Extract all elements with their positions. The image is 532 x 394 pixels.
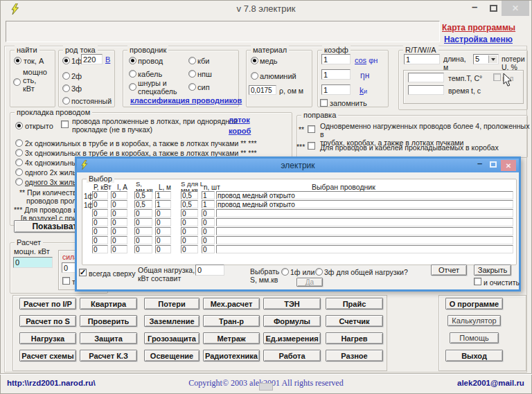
s2-input[interactable] xyxy=(181,200,198,208)
s-input[interactable] xyxy=(134,227,152,235)
kbi-radio[interactable] xyxy=(188,57,196,64)
menu-button[interactable]: Счетчик xyxy=(326,315,383,327)
n-input[interactable] xyxy=(202,218,215,226)
i-input[interactable] xyxy=(111,191,127,199)
wire-radio[interactable] xyxy=(129,57,136,64)
conductor-input[interactable] xyxy=(216,200,513,208)
i-input[interactable] xyxy=(111,227,127,235)
find-current-radio[interactable] xyxy=(14,57,21,64)
resistivity-input[interactable] xyxy=(249,85,276,95)
menu-button[interactable]: Освещение xyxy=(144,350,200,361)
phase2-radio[interactable] xyxy=(62,72,70,80)
l-input[interactable] xyxy=(155,236,171,244)
n-input[interactable] xyxy=(202,191,215,199)
maximize-button[interactable] xyxy=(490,5,497,12)
conductor-input[interactable] xyxy=(216,191,513,199)
s2-input[interactable] xyxy=(181,236,198,244)
length-input[interactable] xyxy=(404,54,440,64)
dialog-close-action-button[interactable]: Закрыть xyxy=(474,265,511,276)
p-input[interactable] xyxy=(92,227,108,235)
tray-checkbox[interactable] xyxy=(61,120,69,128)
s2-input[interactable] xyxy=(181,227,198,235)
k-input[interactable] xyxy=(321,84,351,95)
i-input[interactable] xyxy=(111,218,127,226)
s-input[interactable] xyxy=(134,245,152,253)
menu-button[interactable]: ТЭН xyxy=(263,298,321,310)
n-input[interactable] xyxy=(202,236,215,244)
loss-select[interactable]: 5 xyxy=(473,54,499,64)
l-input[interactable] xyxy=(155,191,171,199)
classification-link[interactable]: классификация проводников xyxy=(130,96,242,105)
help-button[interactable]: Помощь xyxy=(450,332,499,343)
menu-button[interactable]: Нагрузка xyxy=(19,332,76,344)
laying-one-2core-radio[interactable] xyxy=(15,168,23,176)
program-map-link[interactable]: Карта программы xyxy=(442,23,515,33)
conductor-input[interactable] xyxy=(216,245,513,253)
conductor-input[interactable] xyxy=(216,218,513,226)
menu-button[interactable]: Квартира xyxy=(80,298,137,310)
s-input[interactable] xyxy=(134,218,152,226)
p-input[interactable] xyxy=(92,236,108,244)
l-input[interactable] xyxy=(155,227,171,235)
menu-button[interactable]: Защита xyxy=(80,332,137,344)
about-button[interactable]: О программе xyxy=(445,298,503,310)
sip-radio[interactable] xyxy=(188,83,196,91)
enable-checkbox[interactable] xyxy=(493,73,501,81)
menu-button[interactable]: Проверить xyxy=(80,315,137,327)
phase3-radio[interactable] xyxy=(62,84,70,92)
dc-radio[interactable] xyxy=(62,97,70,105)
temp-input[interactable] xyxy=(408,73,444,82)
total-load-input[interactable] xyxy=(195,265,224,276)
s-input[interactable] xyxy=(134,200,152,208)
dialog-minimize-button[interactable]: – xyxy=(477,159,482,168)
laying-open-radio[interactable] xyxy=(15,122,23,129)
dialog-titlebar[interactable]: электрик – ✕ xyxy=(77,159,519,172)
remember-checkbox[interactable] xyxy=(320,99,328,107)
n-input[interactable] xyxy=(202,245,215,253)
tray-link[interactable]: лоток xyxy=(229,116,250,124)
l-input[interactable] xyxy=(155,209,171,217)
menu-button[interactable]: Метраж xyxy=(203,332,260,344)
menu-button[interactable]: Тран-р xyxy=(203,315,260,327)
copper-radio[interactable] xyxy=(251,57,258,64)
l-input[interactable] xyxy=(155,245,171,253)
find-power-radio[interactable] xyxy=(13,78,21,86)
menu-button[interactable]: Расчет схемы xyxy=(19,350,76,361)
i-input[interactable] xyxy=(111,245,127,253)
menu-button[interactable]: Потери xyxy=(144,298,200,310)
n-input[interactable] xyxy=(202,200,215,208)
calculator-button[interactable]: Калькулятор xyxy=(447,315,501,326)
l-input[interactable] xyxy=(155,218,171,226)
minimize-button[interactable]: – xyxy=(472,3,477,11)
i-input[interactable] xyxy=(111,200,127,208)
menu-button[interactable]: Формулы xyxy=(263,315,321,327)
menu-button[interactable]: Нагрев xyxy=(326,332,383,344)
calc-check[interactable] xyxy=(62,277,70,285)
dialog-phase3-radio[interactable] xyxy=(315,268,323,276)
n-input[interactable] xyxy=(202,209,215,217)
conductor-input[interactable] xyxy=(216,209,513,217)
menu-setup-link[interactable]: Настройка меню xyxy=(444,35,513,44)
s2-input[interactable] xyxy=(181,245,198,253)
correction2-checkbox[interactable] xyxy=(308,142,315,150)
yes-button[interactable]: Да xyxy=(296,278,323,287)
menu-button[interactable]: Расчет по I/P xyxy=(19,298,76,310)
report-button[interactable]: Отчет xyxy=(431,265,467,276)
menu-button[interactable]: Прайс xyxy=(326,298,383,310)
s-input[interactable] xyxy=(134,209,152,217)
dialog-phase1-radio[interactable] xyxy=(281,268,289,276)
laying-3x-radio[interactable] xyxy=(15,149,23,156)
menu-button[interactable]: Работа xyxy=(263,350,321,361)
menu-button[interactable]: Ед.измерения xyxy=(263,332,321,344)
dialog-close-button[interactable]: ✕ xyxy=(501,160,516,171)
conductor-input[interactable] xyxy=(216,227,513,235)
s-input[interactable] xyxy=(134,191,152,199)
status-email-link[interactable]: alek2001@mail.ru xyxy=(457,379,524,387)
p-input[interactable] xyxy=(92,218,108,226)
i-input[interactable] xyxy=(111,209,127,217)
exit-button[interactable]: Выход xyxy=(445,350,503,361)
aluminum-radio[interactable] xyxy=(251,72,258,80)
i-input[interactable] xyxy=(111,236,127,244)
l-input[interactable] xyxy=(155,200,171,208)
cos-input[interactable] xyxy=(321,54,351,64)
